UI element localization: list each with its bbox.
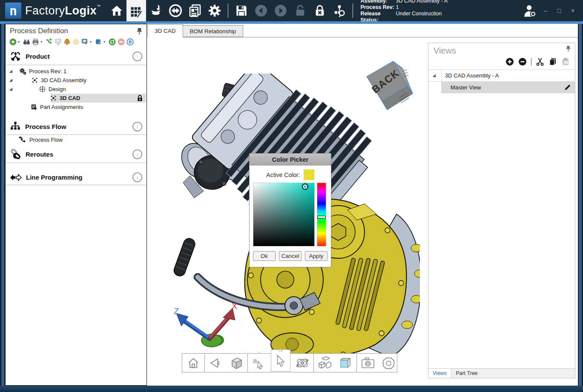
- user-logout-icon[interactable]: [520, 0, 540, 21]
- section-view-button[interactable]: [337, 355, 354, 371]
- process-search-icon[interactable]: [330, 0, 349, 21]
- print-icon[interactable]: [32, 38, 39, 46]
- print-dropdown-caret[interactable]: ▾: [40, 40, 44, 44]
- remove-view-icon[interactable]: [518, 57, 527, 66]
- maximize-button[interactable]: □: [553, 5, 565, 16]
- expander-icon[interactable]: [9, 88, 12, 91]
- home-icon[interactable]: [107, 0, 126, 21]
- app-logo: n FactoryLogix™: [0, 3, 107, 19]
- save-icon[interactable]: [232, 0, 251, 21]
- tab-views[interactable]: Views: [428, 369, 451, 378]
- hue-slider-handle[interactable]: [317, 216, 326, 218]
- collapse-up-button[interactable]: ↑: [132, 52, 142, 61]
- master-view-label: Master View: [451, 84, 481, 91]
- minimize-button[interactable]: –: [540, 5, 551, 16]
- tree-row-3d-cad-selected[interactable]: 3D CAD: [6, 94, 146, 103]
- refresh-icon[interactable]: [108, 38, 116, 46]
- add-dropdown-caret[interactable]: ▾: [18, 40, 21, 44]
- views-tree-root-row[interactable]: 3D CAD Assembly - A: [428, 70, 575, 82]
- explode-assembly-button[interactable]: [316, 355, 333, 371]
- gear-pale-icon[interactable]: [72, 38, 80, 46]
- tree-row-process-rev[interactable]: Process Rev: 1: [6, 67, 146, 76]
- color-selector-handle[interactable]: [302, 183, 308, 190]
- shuffle-icon[interactable]: [45, 38, 53, 46]
- app-name: FactoryLogix™: [25, 4, 101, 17]
- section-reroutes[interactable]: Reroutes ↓: [6, 146, 146, 163]
- undo-back-icon[interactable]: [251, 0, 271, 21]
- design-sketch-icon: [39, 86, 46, 93]
- ok-button[interactable]: Ok: [253, 251, 276, 261]
- tree-row-3d-cad-assembly[interactable]: 3D CAD Assembly: [6, 76, 146, 85]
- view-cube[interactable]: BACK: [360, 59, 413, 110]
- cad-viewport[interactable]: BACK Z X Color: [147, 37, 578, 386]
- home-view-button[interactable]: [185, 355, 202, 371]
- lock-release-icon[interactable]: [310, 0, 330, 21]
- cancel-button[interactable]: Cancel: [279, 251, 302, 261]
- reports-icon[interactable]: [185, 0, 205, 21]
- tab-bom-relationship[interactable]: BOM Relationship: [183, 25, 244, 37]
- expand-down-button[interactable]: ↓: [132, 149, 142, 159]
- cut-scissors-icon[interactable]: [536, 57, 544, 66]
- find-binoculars-icon[interactable]: [23, 38, 30, 46]
- orbit-rotate-button[interactable]: [294, 355, 311, 371]
- tree-row-label: Process Rev: 1: [29, 68, 66, 74]
- apply-button[interactable]: Apply: [305, 251, 327, 261]
- pin-icon[interactable]: [566, 46, 571, 52]
- content-area: Process Definition ▾ ▾ ▾ ▾: [5, 24, 578, 386]
- add-icon[interactable]: [9, 38, 17, 46]
- add-view-icon[interactable]: [505, 57, 514, 66]
- views-tree-master-view-row[interactable]: Master View: [428, 82, 575, 93]
- stop-icon[interactable]: [117, 38, 125, 46]
- toolbar-separator: [353, 3, 353, 18]
- data-import-icon[interactable]: [146, 0, 166, 21]
- process-flow-item[interactable]: Process Flow: [6, 135, 146, 144]
- database-export-icon[interactable]: [95, 38, 102, 46]
- label-select-button[interactable]: a: [250, 355, 267, 371]
- expander-icon[interactable]: [9, 70, 12, 73]
- saturation-value-area[interactable]: [253, 183, 315, 246]
- section-process-flow[interactable]: Process Flow ↑: [6, 118, 146, 134]
- section-product[interactable]: Product ↑: [6, 48, 146, 65]
- color-picker-title[interactable]: Color Picker: [250, 154, 331, 166]
- collapse-up-button[interactable]: ↑: [132, 122, 142, 132]
- look-at-button[interactable]: [207, 355, 224, 371]
- monitor-run-icon[interactable]: [81, 38, 89, 46]
- assembly-3d-icon: [31, 77, 38, 84]
- settings-gear-icon[interactable]: [205, 0, 224, 21]
- tree-row-part-assignments[interactable]: Part Assignments: [6, 103, 146, 112]
- assembly-label: Assembly:: [361, 0, 396, 4]
- process-definition-editor-icon[interactable]: [126, 0, 146, 24]
- tab-3d-cad[interactable]: 3D CAD: [147, 24, 183, 37]
- bell-icon[interactable]: [63, 38, 71, 46]
- redo-forward-icon[interactable]: [271, 0, 290, 21]
- close-button[interactable]: ×: [567, 5, 579, 16]
- product-tree: Process Rev: 1 3D CAD Assembly Design 3D…: [6, 65, 146, 114]
- database-dropdown-caret[interactable]: ▾: [103, 40, 107, 44]
- shaded-view-cube-button[interactable]: [228, 355, 245, 371]
- tree-row-design[interactable]: Design: [6, 85, 146, 94]
- hue-slider[interactable]: [317, 183, 326, 246]
- copy-icon[interactable]: [549, 57, 557, 66]
- flow-path-icon: [19, 136, 26, 143]
- presentation-icon[interactable]: [54, 38, 62, 46]
- tab-part-tree[interactable]: Part Tree: [451, 369, 482, 378]
- expand-down-button[interactable]: ↓: [132, 172, 142, 182]
- axis-x-label: X: [232, 302, 237, 311]
- select-cursor-button[interactable]: [271, 349, 290, 372]
- expander-icon[interactable]: [433, 74, 436, 77]
- expander-icon[interactable]: [9, 79, 12, 82]
- viewport-settings-button[interactable]: [380, 355, 397, 371]
- screenshot-camera-button[interactable]: [359, 355, 376, 371]
- unlock-icon[interactable]: [290, 0, 310, 21]
- app-name-logix: Logix: [65, 4, 97, 17]
- pin-icon[interactable]: [137, 28, 142, 34]
- pause-icon[interactable]: [126, 38, 134, 46]
- trademark: ™: [97, 4, 101, 9]
- paste-icon[interactable]: [561, 57, 570, 66]
- sync-transfer-icon[interactable]: [166, 0, 185, 21]
- axis-z-label: Z: [174, 306, 179, 316]
- monitor-dropdown-caret[interactable]: ▾: [90, 40, 93, 44]
- edit-pencil-icon[interactable]: [564, 83, 572, 91]
- section-line-programming[interactable]: Line Programming ↓: [6, 170, 146, 185]
- process-flow-icon: [10, 121, 21, 132]
